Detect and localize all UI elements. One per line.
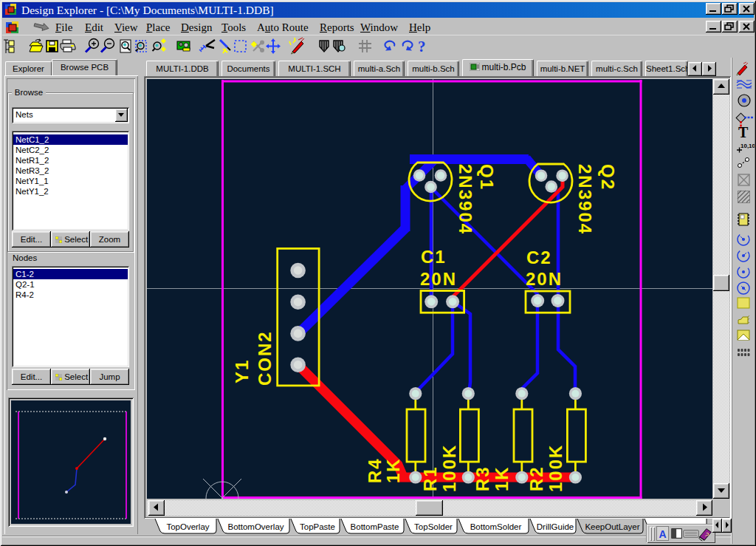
svg-text:TopSolder: TopSolder	[414, 522, 453, 531]
svg-text:R3: R3	[472, 465, 492, 491]
svg-text:1K: 1K	[492, 465, 512, 491]
svg-text:R2: R2	[526, 465, 546, 491]
svg-text:Q2: Q2	[598, 164, 618, 191]
svg-text:KeepOutLayer: KeepOutLayer	[585, 522, 639, 531]
svg-text:BottomPaste: BottomPaste	[351, 522, 399, 531]
svg-text:R1: R1	[420, 465, 440, 491]
svg-text:R4: R4	[365, 457, 385, 483]
svg-text:20N: 20N	[526, 269, 563, 289]
svg-text:Y1: Y1	[232, 359, 252, 383]
svg-text:Q1: Q1	[477, 164, 497, 191]
svg-text:100K: 100K	[439, 444, 459, 492]
svg-text:2N3904: 2N3904	[456, 164, 475, 235]
svg-text:DrillGuide: DrillGuide	[537, 522, 574, 531]
svg-text:BottomSolder: BottomSolder	[470, 522, 522, 531]
svg-text:20N: 20N	[420, 269, 457, 289]
svg-text:C1: C1	[421, 247, 447, 267]
svg-text:1K: 1K	[383, 457, 403, 483]
svg-text:?: ?	[418, 38, 426, 55]
svg-text:10,10: 10,10	[740, 143, 755, 149]
svg-text:100K: 100K	[546, 444, 566, 492]
svg-text:TopOverlay: TopOverlay	[166, 522, 209, 531]
svg-text:2N3904: 2N3904	[575, 164, 595, 235]
svg-text:TopPaste: TopPaste	[300, 522, 335, 531]
svg-text:CON2: CON2	[255, 330, 275, 386]
svg-text:C2: C2	[526, 248, 552, 267]
svg-text:T: T	[738, 124, 749, 140]
svg-text:BottomOverlay: BottomOverlay	[227, 522, 284, 531]
